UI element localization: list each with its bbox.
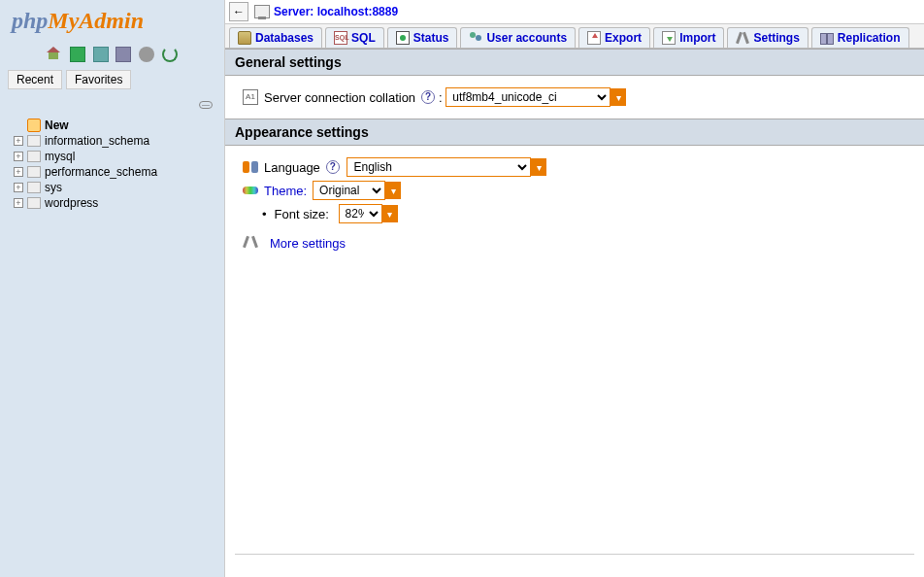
help-icon[interactable]: ? <box>326 160 340 174</box>
general-settings-header: General settings <box>225 49 924 76</box>
tab-label: Settings <box>753 31 799 45</box>
users-icon <box>469 31 482 45</box>
content: General settings A1 Server connection co… <box>225 49 924 577</box>
reload-icon[interactable] <box>162 47 178 62</box>
topbar: ← Server: localhost:8889 <box>225 0 924 24</box>
replication-icon <box>820 31 834 45</box>
sql-icon: SQL <box>334 31 347 45</box>
tree-db-information-schema[interactable]: + information_schema <box>4 133 220 149</box>
db-label: performance_schema <box>45 165 157 179</box>
logo-part2: MyAdmin <box>48 8 144 33</box>
tab-status[interactable]: Status <box>387 27 458 48</box>
collapse-nav-icon[interactable]: — <box>199 101 213 109</box>
select-dropdown-icon[interactable]: ▾ <box>610 88 626 106</box>
collation-row: A1 Server connection collation ? : utf8m… <box>243 87 907 107</box>
theme-label-link[interactable]: Theme: <box>264 184 307 198</box>
database-icon <box>238 31 251 45</box>
db-label: wordpress <box>45 196 98 210</box>
tab-label: User accounts <box>486 31 567 45</box>
select-dropdown-icon[interactable]: ▾ <box>531 158 546 176</box>
language-row: Language ? English ▾ <box>243 157 907 177</box>
expand-icon[interactable]: + <box>14 167 23 177</box>
export-icon <box>587 31 601 45</box>
language-select[interactable]: English <box>346 157 531 177</box>
docs-icon[interactable] <box>116 47 131 62</box>
settings-icon <box>736 31 749 45</box>
sidebar: phpMyAdmin Recent Favorites — New + info… <box>0 0 225 577</box>
tree-new-label: New <box>45 119 69 132</box>
query-window-icon[interactable] <box>93 47 109 62</box>
theme-row: Theme: Original ▾ <box>243 181 907 200</box>
fontsize-select[interactable]: 82% <box>339 204 382 223</box>
tree-db-performance-schema[interactable]: + performance_schema <box>4 164 220 180</box>
tab-label: Replication <box>838 31 901 45</box>
tree-db-sys[interactable]: + sys <box>4 180 220 195</box>
tab-label: SQL <box>351 31 376 45</box>
main: ← Server: localhost:8889 Databases SQLSQ… <box>225 0 924 577</box>
logo-part1: php <box>12 8 48 33</box>
database-icon <box>27 166 41 178</box>
tree-new[interactable]: New <box>4 118 220 133</box>
sidebar-toolbar <box>0 42 224 66</box>
theme-icon <box>243 183 258 198</box>
tree-db-mysql[interactable]: + mysql <box>4 149 220 164</box>
db-label: mysql <box>45 150 75 163</box>
sidebar-mini-tabs: Recent Favorites <box>0 66 224 93</box>
expand-icon[interactable]: + <box>14 152 23 161</box>
general-settings-body: A1 Server connection collation ? : utf8m… <box>225 76 924 119</box>
fontsize-row: Font size: 82% ▾ <box>243 204 907 223</box>
tab-user-accounts[interactable]: User accounts <box>460 27 576 48</box>
more-settings-link[interactable]: More settings <box>270 236 346 251</box>
tab-settings[interactable]: Settings <box>727 27 808 48</box>
database-icon <box>27 182 41 193</box>
breadcrumb-server[interactable]: Server: localhost:8889 <box>254 5 398 18</box>
collation-label: Server connection collation <box>264 90 415 105</box>
tab-label: Export <box>605 31 642 45</box>
expand-icon[interactable]: + <box>14 198 23 208</box>
tab-export[interactable]: Export <box>578 27 650 48</box>
logout-icon[interactable] <box>70 47 85 62</box>
database-icon <box>27 151 41 162</box>
tab-replication[interactable]: Replication <box>811 27 909 48</box>
database-icon <box>27 135 41 147</box>
main-tabs: Databases SQLSQL Status User accounts Ex… <box>225 24 924 49</box>
db-label: information_schema <box>45 134 149 148</box>
tab-label: Import <box>679 31 715 45</box>
appearance-settings-body: Language ? English ▾ Theme: Original <box>225 146 924 262</box>
collation-icon: A1 <box>243 89 258 105</box>
home-icon[interactable] <box>47 47 62 62</box>
new-db-icon <box>27 119 41 132</box>
tab-import[interactable]: Import <box>653 27 724 48</box>
back-button[interactable]: ← <box>229 2 248 21</box>
import-icon <box>662 31 676 45</box>
tab-sql[interactable]: SQLSQL <box>325 27 384 48</box>
db-label: sys <box>45 181 62 194</box>
theme-select[interactable]: Original <box>313 181 385 200</box>
logo[interactable]: phpMyAdmin <box>0 0 224 42</box>
expand-icon[interactable]: + <box>14 183 23 192</box>
tab-label: Status <box>413 31 449 45</box>
recent-tab[interactable]: Recent <box>8 70 62 89</box>
tab-label: Databases <box>255 31 314 45</box>
tools-icon <box>243 235 258 251</box>
nav-settings-icon[interactable] <box>139 47 154 62</box>
server-value: localhost:8889 <box>317 5 398 18</box>
server-prefix: Server: <box>274 5 317 18</box>
appearance-settings-header: Appearance settings <box>225 119 924 146</box>
database-icon <box>27 197 41 209</box>
language-label: Language <box>264 160 320 175</box>
help-icon[interactable]: ? <box>421 90 435 104</box>
language-icon <box>243 159 258 175</box>
collation-select[interactable]: utf8mb4_unicode_ci <box>446 87 610 107</box>
tree-db-wordpress[interactable]: + wordpress <box>4 195 220 211</box>
status-icon <box>396 31 410 45</box>
more-settings-row: More settings <box>243 235 907 251</box>
favorites-tab[interactable]: Favorites <box>66 70 131 89</box>
colon: : <box>439 90 443 105</box>
tab-databases[interactable]: Databases <box>229 27 322 48</box>
select-dropdown-icon[interactable]: ▾ <box>385 182 401 199</box>
expand-icon[interactable]: + <box>14 136 23 146</box>
database-tree: New + information_schema + mysql + perfo… <box>0 112 224 217</box>
select-dropdown-icon[interactable]: ▾ <box>382 205 398 222</box>
fontsize-label: Font size: <box>275 207 329 221</box>
